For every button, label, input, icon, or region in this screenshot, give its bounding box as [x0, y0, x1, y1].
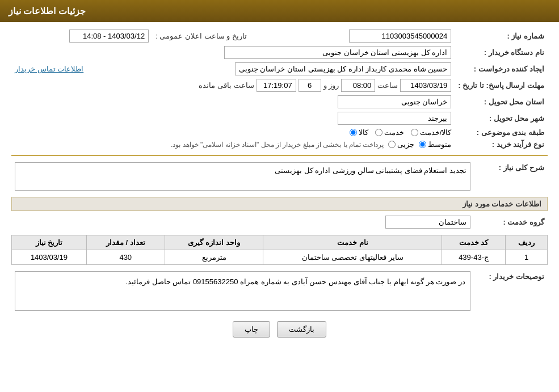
radio-kala-khadamat-item: کالا/خدمت	[411, 128, 452, 137]
saat-label: ساعت	[377, 81, 398, 90]
radio-kala-item: کالا	[350, 128, 368, 137]
taifeh-radio-group: کالا/خدمت خدمت کالا	[350, 128, 452, 137]
col-tarikh: تاریخ نیاز	[12, 235, 87, 250]
row-tosifat: توصیحات خریدار : در صورت هر گونه ابهام ب…	[11, 269, 548, 313]
taifeh-label: طبقه بندی موضوعی :	[455, 127, 548, 138]
ettelaat-tamas-link[interactable]: اطلاعات تماس خریدار	[15, 65, 83, 73]
nooe-farayand-desc: پرداخت تمام یا بخشی از مبلغ خریدار از مح…	[171, 141, 384, 149]
col-radif: ردیف	[506, 235, 548, 250]
ijad-value: حسین شاه محمدی کاربداز اداره کل بهزیستی …	[235, 62, 452, 75]
nam-dastgah-value-cell: اداره کل بهزیستی استان خراسان جنوبی	[11, 44, 455, 61]
gorooh-table: گروه خدمت : ساختمان	[11, 214, 548, 230]
sharh-label: شرح کلی نیاز :	[474, 161, 548, 192]
row-sharh: شرح کلی نیاز : تجدید استعلام فضای پشتیبا…	[11, 161, 548, 192]
radio-khadamat-item: خدمت	[375, 128, 404, 137]
tarikh-elan-label-cell: تاریخ و ساعت اعلان عمومی :	[152, 28, 250, 44]
ostan-label: استان محل تحویل :	[455, 94, 548, 110]
table-row: 1 ج-43-439 سایر فعالیتهای تخصصی ساختمان …	[12, 250, 548, 265]
back-button[interactable]: بازگشت	[277, 321, 326, 338]
cell-tarikh: 1403/03/19	[12, 250, 87, 265]
col-vahed: واحد اندازه گیری	[165, 235, 263, 250]
gorooh-value-cell: ساختمان	[11, 214, 474, 230]
ijad-value-cell: حسین شاه محمدی کاربداز اداره کل بهزیستی …	[152, 61, 455, 77]
shomara-value-cell: 1103003545000024	[250, 28, 455, 44]
tosifat-label: توصیحات خریدار :	[474, 269, 548, 313]
nooe-farayand-row: متوسط جزیی پرداخت تمام یا بخشی از مبلغ خ…	[15, 140, 451, 149]
header-title: جزئیات اطلاعات نیاز	[9, 6, 86, 16]
rooz-label: روز و	[323, 81, 339, 90]
tarikh-elan-value: 1403/03/12 - 14:08	[69, 29, 149, 43]
services-table-head: ردیف کد خدمت نام خدمت واحد اندازه گیری ت…	[12, 235, 548, 250]
separator-1	[11, 155, 548, 156]
gorooh-value: ساختمان	[385, 216, 470, 229]
radio-motevaset-label: متوسط	[428, 140, 451, 149]
main-info-table: شماره نیاز : 1103003545000024 تاریخ و سا…	[11, 28, 548, 150]
sharh-value-cell: تجدید استعلام فضای پشتیبانی سالن ورزشی ا…	[11, 161, 474, 192]
nam-dastgah-value: اداره کل بهزیستی استان خراسان جنوبی	[224, 46, 451, 59]
shahr-value-cell: بیرجند	[11, 110, 455, 127]
row-gorooh: گروه خدمت : ساختمان	[11, 214, 548, 230]
tosifat-value: در صورت هر گونه ابهام با جناب آقای مهندس…	[15, 271, 470, 311]
mohlat-label: مهلت ارسال پاسخ: تا تاریخ :	[455, 77, 548, 94]
tosifat-table: توصیحات خریدار : در صورت هر گونه ابهام ب…	[11, 269, 548, 313]
cell-kod: ج-43-439	[442, 250, 505, 265]
print-button[interactable]: چاپ	[233, 321, 270, 338]
services-table: ردیف کد خدمت نام خدمت واحد اندازه گیری ت…	[11, 235, 548, 265]
row-taifeh: طبقه بندی موضوعی : کالا/خدمت خدمت کالا	[11, 127, 548, 138]
tarikh-mohlat: 1403/03/19	[400, 79, 451, 92]
saat-value: 08:00	[341, 79, 375, 92]
tarikh-elan-value-cell: 1403/03/12 - 14:08	[11, 28, 152, 44]
services-table-body: 1 ج-43-439 سایر فعالیتهای تخصصی ساختمان …	[12, 250, 548, 265]
row-shomara: شماره نیاز : 1103003545000024 تاریخ و سا…	[11, 28, 548, 44]
nooe-farayand-cell: متوسط جزیی پرداخت تمام یا بخشی از مبلغ خ…	[11, 138, 455, 150]
sharh-table: شرح کلی نیاز : تجدید استعلام فضای پشتیبا…	[11, 161, 548, 192]
taifeh-value-cell: کالا/خدمت خدمت کالا	[11, 127, 455, 138]
row-nam-dastgah: نام دستگاه خریدار : اداره کل بهزیستی است…	[11, 44, 548, 61]
nam-dastgah-label: نام دستگاه خریدار :	[455, 44, 548, 61]
col-nam: نام خدمت	[263, 235, 442, 250]
row-shahr: شهر محل تحویل : بیرجند	[11, 110, 548, 127]
row-nooe-farayand: نوع فرآیند خرید : متوسط جزیی پرداخت تمام…	[11, 138, 548, 150]
sharh-value: تجدید استعلام فضای پشتیبانی سالن ورزشی ا…	[15, 162, 470, 191]
page-header: جزئیات اطلاعات نیاز	[0, 0, 559, 22]
baqi-label: ساعت باقی مانده	[199, 81, 254, 90]
shahr-value: بیرجند	[338, 112, 451, 125]
khadamat-section-title: اطلاعات خدمات مورد نیاز	[11, 197, 548, 211]
button-row: بازگشت چاپ	[11, 321, 548, 338]
row-mohlat: مهلت ارسال پاسخ: تا تاریخ : 1403/03/19 س…	[11, 77, 548, 94]
tosifat-value-cell: در صورت هر گونه ابهام با جناب آقای مهندس…	[11, 269, 474, 313]
col-tedad: تعداد / مقدار	[86, 235, 165, 250]
shomara-value: 1103003545000024	[349, 29, 451, 43]
baqi-value: 17:19:07	[257, 79, 296, 92]
radio-jozee-label: جزیی	[397, 140, 414, 149]
tarikh-elan-label: تاریخ و ساعت اعلان عمومی :	[155, 32, 247, 40]
nooe-farayand-label: نوع فرآیند خرید :	[455, 138, 548, 150]
cell-radif: 1	[506, 250, 548, 265]
row-ijad: ایجاد کننده درخواست : حسین شاه محمدی کار…	[11, 61, 548, 77]
col-kod: کد خدمت	[442, 235, 505, 250]
radio-jozee-item: جزیی	[388, 140, 414, 149]
mohlat-value-cell: 1403/03/19 ساعت 08:00 روز و 6 17:19:07 س…	[11, 77, 455, 94]
page-wrapper: جزئیات اطلاعات نیاز شماره نیاز : 1103003…	[0, 0, 559, 392]
cell-nam: سایر فعالیتهای تخصصی ساختمان	[263, 250, 442, 265]
content-area: شماره نیاز : 1103003545000024 تاریخ و سا…	[0, 22, 559, 352]
radio-motevaset-item: متوسط	[419, 140, 451, 149]
radio-khadamat[interactable]	[375, 129, 383, 136]
radio-kala-khadamat-label: کالا/خدمت	[420, 128, 452, 137]
mohlat-row: 1403/03/19 ساعت 08:00 روز و 6 17:19:07 س…	[15, 79, 451, 92]
radio-kala-khadamat[interactable]	[411, 129, 418, 136]
radio-motevaset[interactable]	[419, 141, 426, 148]
radio-jozee[interactable]	[388, 141, 396, 148]
radio-kala[interactable]	[350, 129, 357, 136]
rooz-value: 6	[299, 79, 321, 92]
row-ostan: استان محل تحویل : خراسان جنوبی	[11, 94, 548, 110]
cell-vahed: مترمربع	[165, 250, 263, 265]
gorooh-label: گروه خدمت :	[474, 214, 548, 230]
shomara-label: شماره نیاز :	[455, 28, 548, 44]
services-header-row: ردیف کد خدمت نام خدمت واحد اندازه گیری ت…	[12, 235, 548, 250]
radio-khadamat-label: خدمت	[384, 128, 404, 137]
ostan-value-cell: خراسان جنوبی	[11, 94, 455, 110]
radio-kala-label: کالا	[359, 128, 368, 137]
ettelaat-tamas-cell: اطلاعات تماس خریدار	[11, 61, 152, 77]
ijad-label: ایجاد کننده درخواست :	[455, 61, 548, 77]
